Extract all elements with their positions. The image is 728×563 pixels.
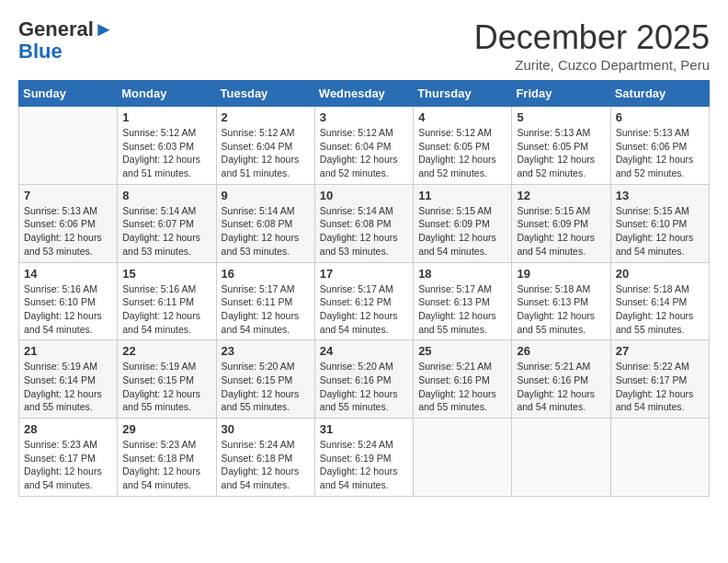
sunset-text: Sunset: 6:19 PM: [320, 453, 392, 464]
sunrise-text: Sunrise: 5:19 AM: [122, 361, 196, 372]
day-info: Sunrise: 5:15 AM Sunset: 6:09 PM Dayligh…: [517, 204, 605, 259]
calendar-cell: 2 Sunrise: 5:12 AM Sunset: 6:04 PM Dayli…: [216, 107, 314, 185]
sunset-text: Sunset: 6:09 PM: [418, 218, 490, 229]
daylight-text: Daylight: 12 hours and 54 minutes.: [222, 465, 300, 490]
day-number: 7: [24, 189, 112, 202]
calendar-cell: 16 Sunrise: 5:17 AM Sunset: 6:11 PM Dayl…: [216, 262, 314, 340]
calendar-cell: 18 Sunrise: 5:17 AM Sunset: 6:13 PM Dayl…: [414, 262, 512, 340]
daylight-text: Daylight: 12 hours and 54 minutes.: [320, 465, 398, 490]
daylight-text: Daylight: 12 hours and 53 minutes.: [320, 232, 398, 257]
day-number: 23: [222, 344, 310, 358]
daylight-text: Daylight: 12 hours and 54 minutes.: [222, 310, 300, 335]
day-number: 19: [517, 267, 605, 281]
daylight-text: Daylight: 12 hours and 54 minutes.: [418, 232, 496, 257]
calendar-week-row: 7 Sunrise: 5:13 AM Sunset: 6:06 PM Dayli…: [19, 184, 710, 262]
day-info: Sunrise: 5:13 AM Sunset: 6:06 PM Dayligh…: [616, 126, 704, 180]
calendar-cell: 7 Sunrise: 5:13 AM Sunset: 6:06 PM Dayli…: [19, 184, 118, 262]
sunset-text: Sunset: 6:08 PM: [320, 218, 392, 229]
sunrise-text: Sunrise: 5:23 AM: [24, 439, 97, 450]
sunrise-text: Sunrise: 5:21 AM: [517, 361, 590, 372]
day-info: Sunrise: 5:15 AM Sunset: 6:09 PM Dayligh…: [418, 204, 506, 259]
sunrise-text: Sunrise: 5:13 AM: [24, 205, 97, 216]
day-number: 1: [122, 110, 210, 124]
calendar-cell: 4 Sunrise: 5:12 AM Sunset: 6:05 PM Dayli…: [414, 107, 512, 185]
daylight-text: Daylight: 12 hours and 53 minutes.: [222, 232, 300, 257]
daylight-text: Daylight: 12 hours and 55 minutes.: [616, 310, 694, 335]
sunrise-text: Sunrise: 5:20 AM: [222, 361, 295, 372]
sunrise-text: Sunrise: 5:18 AM: [616, 283, 689, 294]
day-info: Sunrise: 5:13 AM Sunset: 6:06 PM Dayligh…: [24, 204, 112, 259]
calendar-cell: 5 Sunrise: 5:13 AM Sunset: 6:05 PM Dayli…: [512, 107, 610, 185]
sunrise-text: Sunrise: 5:13 AM: [517, 127, 590, 138]
sunrise-text: Sunrise: 5:14 AM: [122, 205, 196, 216]
sunset-text: Sunset: 6:17 PM: [24, 453, 96, 464]
day-number: 30: [222, 422, 310, 436]
day-number: 12: [517, 189, 605, 202]
day-info: Sunrise: 5:23 AM Sunset: 6:17 PM Dayligh…: [24, 438, 112, 492]
weekday-header-tuesday: Tuesday: [216, 81, 314, 107]
calendar-cell: 25 Sunrise: 5:21 AM Sunset: 6:16 PM Dayl…: [414, 340, 512, 419]
sunset-text: Sunset: 6:10 PM: [616, 218, 688, 229]
calendar-cell: 24 Sunrise: 5:20 AM Sunset: 6:16 PM Dayl…: [314, 340, 413, 419]
sunrise-text: Sunrise: 5:15 AM: [517, 205, 590, 216]
daylight-text: Daylight: 12 hours and 52 minutes.: [517, 154, 595, 178]
weekday-header-saturday: Saturday: [610, 81, 709, 107]
day-number: 2: [222, 110, 310, 124]
day-number: 25: [418, 344, 506, 358]
daylight-text: Daylight: 12 hours and 52 minutes.: [320, 154, 398, 178]
day-number: 3: [320, 110, 408, 124]
weekday-header-friday: Friday: [512, 81, 610, 107]
sunrise-text: Sunrise: 5:12 AM: [320, 127, 393, 138]
daylight-text: Daylight: 12 hours and 55 minutes.: [418, 310, 496, 335]
sunset-text: Sunset: 6:14 PM: [616, 296, 688, 307]
logo-icon: ►: [94, 17, 114, 40]
day-number: 10: [320, 189, 408, 202]
calendar-cell: [19, 107, 118, 185]
sunrise-text: Sunrise: 5:14 AM: [320, 205, 393, 216]
title-block: December 2025 Zurite, Cuzco Department, …: [474, 18, 710, 73]
day-info: Sunrise: 5:20 AM Sunset: 6:16 PM Dayligh…: [320, 360, 408, 414]
sunrise-text: Sunrise: 5:17 AM: [418, 283, 492, 294]
sunset-text: Sunset: 6:05 PM: [517, 141, 588, 152]
day-info: Sunrise: 5:14 AM Sunset: 6:08 PM Dayligh…: [222, 204, 310, 259]
sunset-text: Sunset: 6:18 PM: [122, 453, 194, 464]
day-number: 15: [122, 267, 210, 281]
day-info: Sunrise: 5:18 AM Sunset: 6:14 PM Dayligh…: [616, 282, 704, 337]
daylight-text: Daylight: 12 hours and 53 minutes.: [24, 232, 102, 257]
page-header: General► Blue December 2025 Zurite, Cuzc…: [18, 18, 710, 73]
day-info: Sunrise: 5:12 AM Sunset: 6:04 PM Dayligh…: [320, 126, 408, 180]
daylight-text: Daylight: 12 hours and 54 minutes.: [24, 465, 102, 490]
calendar-week-row: 21 Sunrise: 5:19 AM Sunset: 6:14 PM Dayl…: [19, 340, 710, 419]
sunrise-text: Sunrise: 5:17 AM: [320, 283, 393, 294]
day-info: Sunrise: 5:17 AM Sunset: 6:11 PM Dayligh…: [222, 282, 310, 337]
sunrise-text: Sunrise: 5:24 AM: [320, 439, 393, 450]
sunset-text: Sunset: 6:09 PM: [517, 218, 588, 229]
sunrise-text: Sunrise: 5:12 AM: [222, 127, 295, 138]
day-info: Sunrise: 5:19 AM Sunset: 6:14 PM Dayligh…: [24, 360, 112, 414]
sunset-text: Sunset: 6:14 PM: [24, 374, 96, 385]
calendar-cell: [414, 419, 512, 497]
daylight-text: Daylight: 12 hours and 54 minutes.: [517, 388, 595, 413]
calendar-cell: 28 Sunrise: 5:23 AM Sunset: 6:17 PM Dayl…: [19, 419, 118, 497]
calendar-cell: 11 Sunrise: 5:15 AM Sunset: 6:09 PM Dayl…: [414, 184, 512, 262]
calendar-week-row: 28 Sunrise: 5:23 AM Sunset: 6:17 PM Dayl…: [19, 419, 710, 497]
sunset-text: Sunset: 6:13 PM: [418, 296, 490, 307]
logo: General► Blue: [18, 18, 114, 63]
daylight-text: Daylight: 12 hours and 54 minutes.: [320, 310, 398, 335]
weekday-header-thursday: Thursday: [414, 81, 512, 107]
day-number: 31: [320, 422, 408, 436]
calendar-cell: 15 Sunrise: 5:16 AM Sunset: 6:11 PM Dayl…: [118, 262, 216, 340]
sunset-text: Sunset: 6:06 PM: [24, 218, 96, 229]
day-info: Sunrise: 5:24 AM Sunset: 6:19 PM Dayligh…: [320, 438, 408, 492]
calendar-week-row: 1 Sunrise: 5:12 AM Sunset: 6:03 PM Dayli…: [19, 107, 710, 185]
day-info: Sunrise: 5:16 AM Sunset: 6:11 PM Dayligh…: [122, 282, 210, 337]
day-info: Sunrise: 5:17 AM Sunset: 6:13 PM Dayligh…: [418, 282, 506, 337]
sunrise-text: Sunrise: 5:12 AM: [122, 127, 196, 138]
sunset-text: Sunset: 6:04 PM: [222, 141, 293, 152]
daylight-text: Daylight: 12 hours and 55 minutes.: [24, 388, 102, 413]
day-info: Sunrise: 5:12 AM Sunset: 6:04 PM Dayligh…: [222, 126, 310, 180]
daylight-text: Daylight: 12 hours and 54 minutes.: [616, 388, 694, 413]
daylight-text: Daylight: 12 hours and 54 minutes.: [122, 465, 200, 490]
day-number: 21: [24, 344, 112, 358]
day-info: Sunrise: 5:21 AM Sunset: 6:16 PM Dayligh…: [418, 360, 506, 414]
